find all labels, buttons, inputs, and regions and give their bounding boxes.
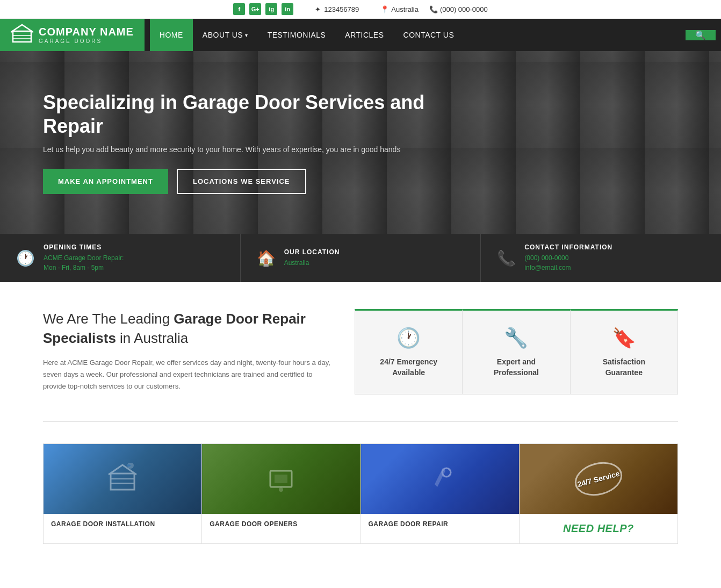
svg-rect-3 [111,474,134,490]
feature-guarantee-label: SatisfactionGuarantee [603,357,645,378]
services-grid: GARAGE DOOR INSTALLATION GARAGE DOOR OPE… [43,443,678,544]
service-247-image: 24/7 Service [520,444,677,514]
service-repair-label: GARAGE DOOR REPAIR [361,514,519,534]
wrench-icon: 🔧 [504,327,528,349]
nav-area: HOME ABOUT US ▾ TESTIMONIALS ARTICLES CO… [145,19,721,51]
nav-about[interactable]: ABOUT US ▾ [193,19,258,51]
emergency-icon: 🕐 [396,327,421,349]
svg-rect-0 [13,31,31,42]
nav-articles[interactable]: ARTICLES [335,19,393,51]
instagram-icon[interactable]: ig [265,3,277,15]
header: COMPANY NAME GARAGE DOORS HOME ABOUT US … [0,19,721,51]
location-info: 📍 Australia [380,5,419,13]
main-heading: We Are The Leading Garage Door Repair Sp… [43,309,333,348]
home-icon: 🏠 [257,249,276,267]
hero-content: Specializing in Garage Door Services and… [43,91,430,193]
info-opening-content: OPENING TIMES ACME Garage Door Repair:Mo… [44,243,124,273]
service-help-label: Need Help? [520,514,677,543]
info-bar: 🕐 OPENING TIMES ACME Garage Door Repair:… [0,234,721,282]
info-contact-title: CONTACT INFORMATION [524,243,612,251]
info-opening-text: ACME Garage Door Repair:Mon - Fri, 8am -… [44,253,124,273]
info-contact-content: CONTACT INFORMATION (000) 000-0000info@e… [524,243,612,273]
main-body-text: Here at ACME Garage Door Repair, we offe… [43,357,333,392]
social-icons: f G+ ig in [233,3,293,15]
feature-247: 🕐 24/7 EmergencyAvailable [355,309,463,395]
phone-icon-info: 📞 [497,249,516,267]
nav-testimonials[interactable]: TESTIMONIALS [258,19,336,51]
top-bar: f G+ ig in ✦ 123456789 📍 Australia 📞 (00… [0,0,721,19]
service-installation-image [44,444,201,514]
service-repair[interactable]: GARAGE DOOR REPAIR [360,443,520,544]
heading-light: We Are The Leading [43,311,174,327]
features-grid: 🕐 24/7 EmergencyAvailable 🔧 Expert andPr… [355,309,678,395]
contact-info: 📍 Australia 📞 (000) 000-0000 [380,5,487,13]
company-name: COMPANY NAME [39,26,134,38]
badge-247: 24/7 Service [571,457,626,501]
info-location: 🏠 OUR LOCATION Australia [241,234,481,282]
nav-home[interactable]: HOME [150,19,193,51]
linkedin-icon[interactable]: in [282,3,293,15]
feature-247-label: 24/7 EmergencyAvailable [380,357,437,378]
heading-suffix: in Australia [120,330,188,346]
phone-icon: ✦ [315,5,321,13]
svg-rect-10 [275,475,287,483]
svg-point-11 [279,487,283,492]
tagline: GARAGE DOORS [39,38,134,44]
service-openers[interactable]: GARAGE DOOR OPENERS [201,443,360,544]
nav-items: HOME ABOUT US ▾ TESTIMONIALS ARTICLES CO… [150,19,464,51]
nav-contact[interactable]: CONTACT US [394,19,464,51]
info-location-text: Australia [284,258,340,268]
logo-text: COMPANY NAME GARAGE DOORS [39,26,134,44]
call-icon: 📞 [429,5,438,13]
hero-buttons: MAKE AN APPOINTMENT LOCATIONS WE SERVICE [43,169,430,194]
hero-headline: Specializing in Garage Door Services and… [43,91,430,137]
feature-expert: 🔧 Expert andProfessional [462,309,570,395]
info-opening-title: OPENING TIMES [44,243,124,251]
info-opening-times: 🕐 OPENING TIMES ACME Garage Door Repair:… [0,234,241,282]
info-contact-text: (000) 000-0000info@email.com [524,253,612,273]
feature-expert-label: Expert andProfessional [494,357,539,378]
content-left: We Are The Leading Garage Door Repair Sp… [43,309,333,392]
facebook-icon[interactable]: f [233,3,245,15]
service-installation[interactable]: GARAGE DOOR INSTALLATION [43,443,202,544]
info-location-content: OUR LOCATION Australia [284,248,340,268]
main-section: We Are The Leading Garage Door Repair Sp… [0,282,721,421]
locations-button[interactable]: LOCATIONS WE SERVICE [177,169,306,194]
hero-section: Specializing in Garage Door Services and… [0,51,721,234]
info-location-title: OUR LOCATION [284,248,340,256]
feature-guarantee: 🔖 SatisfactionGuarantee [570,309,678,395]
service-installation-label: GARAGE DOOR INSTALLATION [44,514,201,534]
clock-icon: 🕐 [16,249,35,267]
service-repair-image [361,444,519,514]
search-button[interactable]: 🔍 [686,30,716,40]
googleplus-icon[interactable]: G+ [249,3,261,15]
location-icon: 📍 [380,5,389,13]
service-247[interactable]: 24/7 Service Need Help? [519,443,678,544]
service-openers-image [202,444,360,514]
services-section: GARAGE DOOR INSTALLATION GARAGE DOOR OPE… [0,422,721,565]
logo-area: COMPANY NAME GARAGE DOORS [0,19,145,51]
info-contact: 📞 CONTACT INFORMATION (000) 000-0000info… [481,234,721,282]
about-arrow: ▾ [245,32,248,38]
hero-subtext: Let us help you add beauty and more secu… [43,145,430,154]
logo-icon [11,24,33,46]
call-info: 📞 (000) 000-0000 [429,5,488,13]
bookmark-icon: 🔖 [612,327,636,349]
service-openers-label: GARAGE DOOR OPENERS [202,514,360,534]
phone-number: ✦ 123456789 [315,5,359,13]
appointment-button[interactable]: MAKE AN APPOINTMENT [43,169,168,194]
